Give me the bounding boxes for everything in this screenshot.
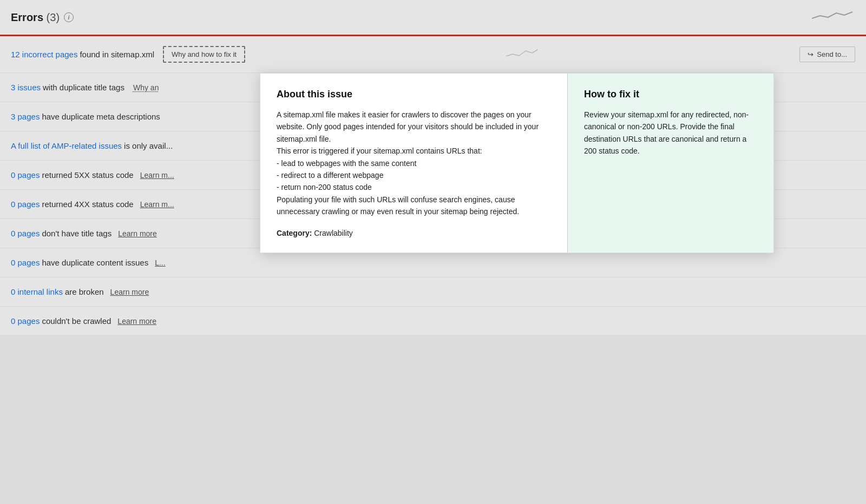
modal-left-body: A sitemap.xml file makes it easier for c… — [277, 109, 551, 218]
modal-popup: About this issue A sitemap.xml file make… — [260, 73, 774, 253]
modal-category: Category: Crawlability — [277, 229, 551, 237]
modal-left-panel: About this issue A sitemap.xml file make… — [260, 74, 568, 253]
modal-right-title: How to fix it — [584, 89, 757, 100]
modal-right-panel: How to fix it Review your sitemap.xml fo… — [568, 74, 773, 253]
modal-right-body: Review your sitemap.xml for any redirect… — [584, 109, 757, 157]
modal-category-label: Category: — [277, 229, 312, 237]
modal-left-title: About this issue — [277, 89, 551, 100]
modal-category-value: Crawlability — [314, 229, 353, 237]
page-wrapper: Errors (3) i 12 incorrect pages found in… — [0, 0, 866, 504]
